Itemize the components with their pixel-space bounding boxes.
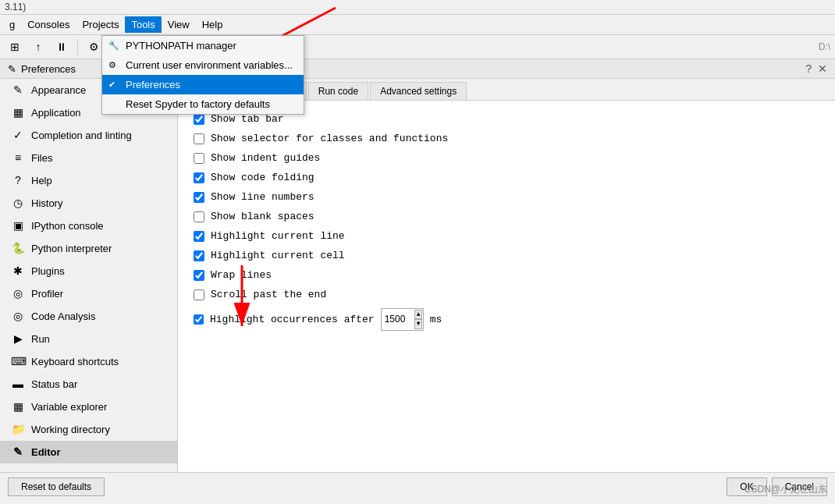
files-icon: ≡ [11,151,25,164]
menu-view[interactable]: View [162,16,196,33]
opt-showlinenumbers-label: Show line numbers [211,191,314,203]
opt-row-wraplines: Wrap lines [194,269,819,281]
opt-showlinenumbers-checkbox[interactable] [194,192,204,203]
sidebar-item-history[interactable]: ◷ History [0,192,177,215]
spinner-up[interactable]: ▲ [414,310,423,319]
opt-highlightline-checkbox[interactable] [194,231,204,242]
sidebar-item-workingdir[interactable]: 📁 Working directory [0,418,177,441]
profiler-icon: ◎ [11,287,25,300]
prefs-icon: ✔ [108,80,115,90]
pref-title: Preferences [21,63,76,75]
sidebar-item-plugins[interactable]: ✱ Plugins [0,260,177,282]
toolbar-btn-2[interactable]: ⏸ [52,37,72,56]
python-icon: 🐍 [11,242,25,254]
application-icon: ▦ [11,106,25,119]
history-icon: ◷ [11,197,25,209]
sidebar-item-profiler[interactable]: ◎ Profiler [0,282,177,305]
sidebar-item-editor[interactable]: ✎ Editor [0,441,177,463]
opt-showtabbar-checkbox[interactable] [194,114,204,125]
opt-scrollpast-label: Scroll past the end [211,289,326,300]
tab-advanced[interactable]: Advanced settings [370,82,467,100]
pref-body: ✎ Appearance ▦ Application ✓ Completion … [0,79,835,472]
dd-reset[interactable]: Reset Spyder to factory defaults [102,94,304,114]
sidebar-item-codeanalysis[interactable]: ◎ Code Analysis [0,305,177,328]
opt-row-showblank: Show blank spaces [194,211,819,222]
envvars-icon: ⚙ [108,60,116,70]
sidebar-item-ipython[interactable]: ▣ IPython console [0,215,177,237]
opt-showcodefolding-label: Show code folding [211,172,314,183]
codeanalysis-icon: ◎ [11,310,25,322]
main-content: ✎ Preferences ? ✕ ✎ Appearance ▦ [0,59,835,501]
opt-row-showindent: Show indent guides [194,152,819,164]
opt-showblank-checkbox[interactable] [194,211,204,222]
plugins-icon: ✱ [11,264,25,277]
sidebar-item-varexplorer[interactable]: ▦ Variable explorer [0,396,177,418]
toolbar-btn-0[interactable]: ⊞ [5,37,25,56]
sidebar-item-keyboard[interactable]: ⌨ Keyboard shortcuts [0,350,177,373]
pref-icon: ✎ [8,63,16,75]
opt-row-showcodefolding: Show code folding [194,172,819,183]
opt-row-highlightocc: Highlight occurrences after ▲ ▼ ms [194,308,819,331]
workingdir-icon: 📁 [11,423,25,435]
run-icon: ▶ [11,332,25,345]
menu-help[interactable]: Help [196,16,229,33]
varexplorer-icon: ▦ [11,400,25,413]
title-text: 3.11) [5,2,26,12]
opt-row-highlightcell: Highlight current cell [194,250,819,261]
opt-row-highlightline: Highlight current line [194,230,819,242]
pref-content: Show tab bar Show selector for classes a… [178,101,835,472]
appearance-icon: ✎ [11,83,25,96]
spinner-unit: ms [430,314,442,325]
opt-row-showtabbar: Show tab bar [194,113,819,125]
sidebar-item-run[interactable]: ▶ Run [0,328,177,350]
dd-preferences[interactable]: ✔ Preferences [102,75,304,94]
menu-consoles[interactable]: Consoles [21,16,76,33]
dd-pythonpath[interactable]: 🔧 PYTHONPATH manager [102,36,304,55]
opt-showtabbar-label: Show tab bar [211,113,284,125]
opt-showcodefolding-checkbox[interactable] [194,172,204,183]
opt-highlightcell-checkbox[interactable] [194,250,204,261]
sidebar-item-help[interactable]: ? Help [0,169,177,192]
title-bar: 3.11) [0,0,835,15]
menu-tools[interactable]: Tools [125,16,161,33]
toolbar-btn-1[interactable]: ↑ [28,37,48,56]
app-window: 3.11) g Consoles Projects Tools View Hel… [0,0,835,504]
opt-scrollpast-checkbox[interactable] [194,289,204,300]
watermark: CSDN@小龙在山东 [744,483,827,496]
opt-showindent-checkbox[interactable] [194,153,204,164]
spinner-input-field[interactable] [385,314,414,325]
menu-g[interactable]: g [3,16,21,33]
spinner-buttons: ▲ ▼ [414,310,423,329]
help-btn[interactable]: ? [805,62,812,75]
opt-row-showlinenumbers: Show line numbers [194,191,819,203]
opt-highlightocc-checkbox[interactable] [194,314,204,325]
tab-runcode[interactable]: Run code [308,82,368,100]
menu-projects[interactable]: Projects [76,16,125,33]
ipython-icon: ▣ [11,219,25,232]
opt-highlightline-label: Highlight current line [211,230,345,242]
sidebar-item-files[interactable]: ≡ Files [0,147,177,169]
pref-panel: Display Source code Run code Advanced se… [178,79,835,472]
sidebar-item-python[interactable]: 🐍 Python interpreter [0,237,177,260]
close-btn[interactable]: ✕ [818,62,827,75]
toolbar-right-text: D:\ [819,41,830,52]
dd-envvars[interactable]: ⚙ Current user environment variables... [102,55,304,75]
opt-row-scrollpast: Scroll past the end [194,289,819,300]
spinner-down[interactable]: ▼ [414,319,423,328]
pythonpath-icon: 🔧 [108,41,119,51]
toolbar-separator [77,39,78,55]
sidebar-item-completion[interactable]: ✓ Completion and linting [0,124,177,147]
opt-row-showselector: Show selector for classes and functions [194,133,819,144]
menu-bar: g Consoles Projects Tools View Help 🔧 PY… [0,15,835,35]
opt-showselector-label: Show selector for classes and functions [211,133,448,144]
opt-highlightocc-label: Highlight occurrences after [210,314,375,325]
reset-defaults-btn[interactable]: Reset to defaults [8,477,105,496]
preferences-dialog: ✎ Preferences ? ✕ ✎ Appearance ▦ [0,59,835,501]
opt-wraplines-checkbox[interactable] [194,270,204,281]
opt-showselector-checkbox[interactable] [194,133,204,144]
opt-highlightcell-label: Highlight current cell [211,250,345,261]
editor-icon: ✎ [11,445,25,458]
pref-header-title: ✎ Preferences [8,63,76,75]
sidebar-item-statusbar[interactable]: ▬ Status bar [0,373,177,396]
keyboard-icon: ⌨ [11,355,25,367]
